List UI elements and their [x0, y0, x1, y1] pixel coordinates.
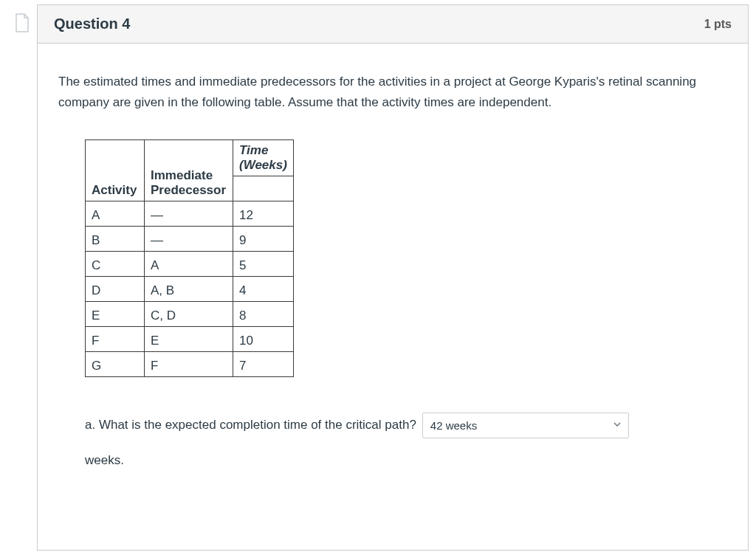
- answer-select-a[interactable]: 42 weeks: [422, 413, 629, 438]
- cell-activity: A: [86, 201, 145, 227]
- table-row: B—9: [86, 227, 294, 252]
- table-row: FE10: [86, 327, 294, 352]
- table-row: A—12: [86, 201, 294, 227]
- activity-table: Activity Immediate Predecessor Time (Wee…: [85, 139, 294, 377]
- th-activity: Activity: [86, 140, 145, 201]
- cell-time: 9: [233, 227, 294, 252]
- cell-time: 5: [233, 252, 294, 277]
- question-title: Question 4: [54, 15, 130, 32]
- cell-predecessor: E: [145, 327, 233, 352]
- question-points: 1 pts: [704, 18, 732, 31]
- document-icon: [7, 0, 37, 32]
- cell-predecessor: F: [145, 352, 233, 377]
- cell-activity: G: [86, 352, 145, 377]
- table-row: GF7: [86, 352, 294, 377]
- question-prompt: The estimated times and immediate predec…: [58, 72, 727, 113]
- table-row: DA, B4: [86, 277, 294, 302]
- cell-time: 7: [233, 352, 294, 377]
- table-row: CA5: [86, 252, 294, 277]
- cell-predecessor: A, B: [145, 277, 233, 302]
- cell-time: 8: [233, 302, 294, 327]
- cell-time: 4: [233, 277, 294, 302]
- cell-predecessor: —: [145, 201, 233, 227]
- cell-predecessor: C, D: [145, 302, 233, 327]
- answer-row-a: a. What is the expected completion time …: [58, 413, 727, 438]
- cell-activity: B: [86, 227, 145, 252]
- cell-activity: E: [86, 302, 145, 327]
- answer-unit-suffix: weeks.: [58, 453, 727, 468]
- cell-time: 10: [233, 327, 294, 352]
- question-header: Question 4 1 pts: [38, 5, 748, 44]
- th-time-blank: [233, 176, 294, 201]
- th-time: Time (Weeks): [233, 140, 294, 176]
- answer-prompt-a: a. What is the expected completion time …: [85, 415, 416, 436]
- question-card: Question 4 1 pts The estimated times and…: [37, 4, 749, 551]
- question-body: The estimated times and immediate predec…: [38, 44, 748, 489]
- cell-time: 12: [233, 201, 294, 227]
- th-predecessor: Immediate Predecessor: [145, 140, 233, 201]
- cell-activity: F: [86, 327, 145, 352]
- cell-predecessor: —: [145, 227, 233, 252]
- cell-activity: D: [86, 277, 145, 302]
- table-row: EC, D8: [86, 302, 294, 327]
- cell-activity: C: [86, 252, 145, 277]
- cell-predecessor: A: [145, 252, 233, 277]
